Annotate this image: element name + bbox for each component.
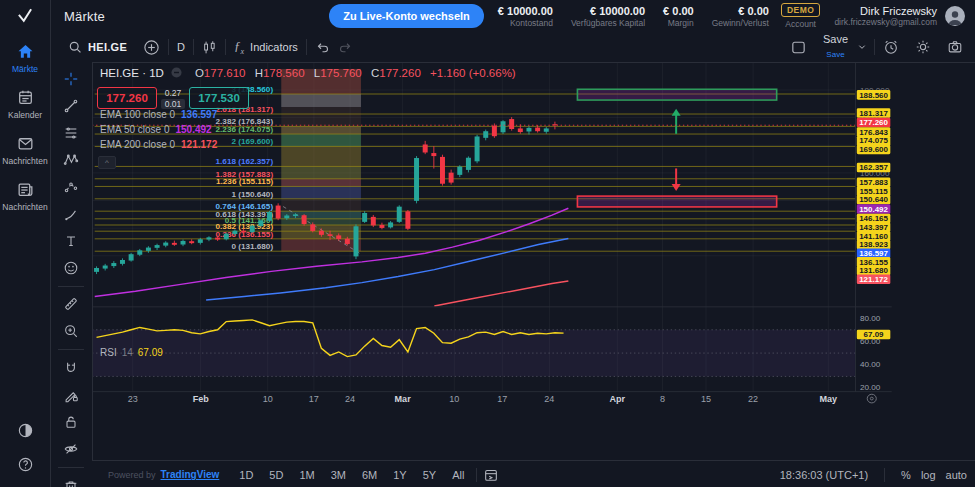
interval-button[interactable]: D xyxy=(169,32,193,62)
legend-symbol[interactable]: HEI.GE · 1D xyxy=(100,67,164,79)
range-button-1d[interactable]: 1D xyxy=(233,466,259,484)
draw-lock-tool[interactable] xyxy=(58,386,84,404)
forecast-tool[interactable] xyxy=(58,178,84,196)
text-tool[interactable] xyxy=(58,232,84,250)
hide-all-tool[interactable] xyxy=(58,440,84,458)
save-button[interactable]: Save Save xyxy=(815,34,856,60)
indicators-button[interactable]: ƒx Indicators xyxy=(226,32,306,62)
brush-icon xyxy=(63,206,79,222)
save-status: Save xyxy=(826,50,844,60)
svg-text:136.597: 136.597 xyxy=(859,249,888,258)
sidebar-item-nachrichten-3[interactable]: Nachrichten xyxy=(0,180,50,212)
range-button-1m[interactable]: 1M xyxy=(293,466,320,484)
gear-icon xyxy=(915,39,931,55)
account-label: Account xyxy=(785,19,816,29)
svg-text:May: May xyxy=(819,394,837,404)
draw-lock-icon xyxy=(63,387,79,403)
candles-icon xyxy=(202,40,217,55)
avatar[interactable] xyxy=(945,6,965,26)
ema-legend-row-2[interactable]: EMA 200 close 0 121.172 xyxy=(100,139,217,150)
account-stat-0: € 10000.00 Kontostand xyxy=(498,5,553,28)
legend-collapse-button[interactable]: ^ xyxy=(98,156,116,169)
svg-text:Feb: Feb xyxy=(193,394,210,404)
chevron-down-icon[interactable] xyxy=(856,41,868,53)
theme-contrast-icon[interactable] xyxy=(12,421,38,439)
ema-legend-row-1[interactable]: EMA 50 close 0 150.492 xyxy=(100,124,217,135)
legend-ohlc: O177.610 H178.560 L175.760 C177.260 +1.1… xyxy=(189,67,516,79)
tradingview-link[interactable]: TradingView xyxy=(161,469,220,480)
emoji-tool[interactable] xyxy=(58,259,84,277)
trend-line-tool[interactable] xyxy=(58,97,84,115)
toolbar-divider xyxy=(58,467,84,468)
settings-button[interactable] xyxy=(907,39,939,55)
svg-text:17: 17 xyxy=(309,394,319,404)
svg-text:136.155: 136.155 xyxy=(859,258,888,267)
undo-button[interactable] xyxy=(307,32,338,62)
user-menu[interactable]: Dirk Friczewsky dirk.friczewsky@gmail.co… xyxy=(834,5,965,27)
alert-button[interactable] xyxy=(875,39,907,55)
range-button-1y[interactable]: 1Y xyxy=(387,466,412,484)
svg-text:155.115: 155.115 xyxy=(859,187,888,196)
svg-text:162.357: 162.357 xyxy=(859,163,888,172)
lock-all-tool[interactable] xyxy=(58,413,84,431)
range-button-5d[interactable]: 5D xyxy=(263,466,289,484)
redo-button[interactable] xyxy=(338,32,361,62)
go-to-date-icon[interactable] xyxy=(483,467,499,483)
layout-button[interactable] xyxy=(782,39,815,56)
stat-label: Margin xyxy=(668,18,694,28)
svg-text:177.260: 177.260 xyxy=(859,118,888,127)
auto-scale-button[interactable]: auto xyxy=(946,469,967,481)
chart-canvas[interactable]: 3 (188.560)2.618 (181.317)2.382 (176.843… xyxy=(92,62,975,460)
remove-all-tool[interactable] xyxy=(58,477,84,487)
demo-badge: DEMO xyxy=(781,3,821,17)
help-icon[interactable] xyxy=(12,455,38,473)
buy-button[interactable]: 177.530 xyxy=(189,87,249,109)
range-button-3m[interactable]: 3M xyxy=(325,466,352,484)
svg-text:169.600: 169.600 xyxy=(859,145,888,154)
broker-logo-icon[interactable] xyxy=(0,0,50,32)
minus-circle-icon[interactable] xyxy=(170,66,183,79)
chart-style-button[interactable] xyxy=(194,32,225,62)
crosshair-tool[interactable] xyxy=(58,70,84,88)
magnet-tool[interactable] xyxy=(58,359,84,377)
brush-tool[interactable] xyxy=(58,205,84,223)
svg-text:138.923: 138.923 xyxy=(859,240,888,249)
svg-text:17: 17 xyxy=(497,394,507,404)
sidebar-item-märkte-0[interactable]: Märkte xyxy=(0,42,50,74)
svg-text:2.236 (174.075): 2.236 (174.075) xyxy=(216,125,274,134)
fib-retracement-tool[interactable] xyxy=(58,124,84,142)
ruler-tool[interactable] xyxy=(58,296,84,314)
sidebar-item-nachrichten-2[interactable]: Nachrichten xyxy=(0,134,50,166)
interval-value: D xyxy=(177,41,185,53)
toolbar-divider xyxy=(58,349,84,350)
home-icon xyxy=(16,42,35,61)
xabcd-pattern-tool[interactable] xyxy=(58,151,84,169)
symbol-search[interactable]: HEI.GE xyxy=(60,32,135,62)
switch-to-live-button[interactable]: Zu Live-Konto wechseln xyxy=(329,4,484,28)
undo-icon xyxy=(315,40,330,55)
range-button-6m[interactable]: 6M xyxy=(356,466,383,484)
text-icon xyxy=(63,233,79,249)
svg-text:143.397: 143.397 xyxy=(859,223,888,232)
xabcd-pattern-icon xyxy=(63,152,79,168)
percent-scale-button[interactable]: % xyxy=(901,469,911,481)
page-title: Märkte xyxy=(64,9,105,24)
ema-legend-row-0[interactable]: EMA 100 close 0 136.597 xyxy=(100,109,217,120)
range-button-all[interactable]: All xyxy=(446,466,470,484)
clock[interactable]: 18:36:03 (UTC+1) xyxy=(780,469,868,481)
svg-text:174.075: 174.075 xyxy=(859,137,888,146)
zoom-in-tool[interactable] xyxy=(58,322,84,340)
quote-widget: 177.260 0.27 0.01 177.530 xyxy=(97,87,249,109)
svg-text:188.560: 188.560 xyxy=(859,91,888,100)
sidebar-item-kalender-1[interactable]: Kalender xyxy=(0,88,50,120)
sell-button[interactable]: 177.260 xyxy=(97,87,157,109)
range-button-5y[interactable]: 5Y xyxy=(417,466,442,484)
svg-text:181.317: 181.317 xyxy=(859,109,888,118)
svg-text:157.883: 157.883 xyxy=(859,178,888,187)
screenshot-button[interactable] xyxy=(939,39,971,55)
ema-name: EMA 50 close 0 xyxy=(100,124,169,135)
search-icon xyxy=(68,40,82,54)
svg-text:20.00: 20.00 xyxy=(860,383,881,392)
log-scale-button[interactable]: log xyxy=(921,469,936,481)
compare-add-button[interactable] xyxy=(135,32,168,62)
